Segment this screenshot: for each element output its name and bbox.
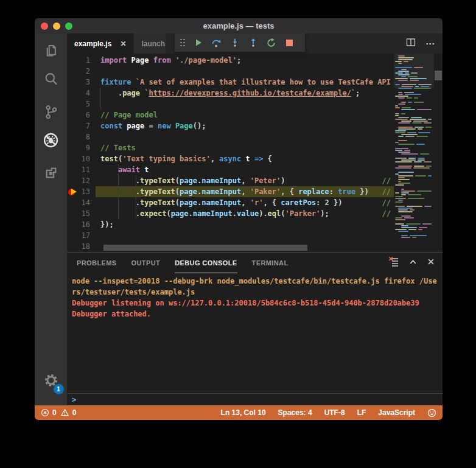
close-panel-button[interactable] xyxy=(427,257,435,268)
sidebar-item-explorer[interactable] xyxy=(35,37,67,65)
code-line[interactable]: 8 xyxy=(67,131,394,142)
line-number[interactable]: 2 xyxy=(67,66,100,77)
line-number[interactable]: 5 xyxy=(67,99,100,110)
split-editor-button[interactable] xyxy=(406,38,416,49)
code-line[interactable]: 5 xyxy=(67,99,394,110)
zoom-window-button[interactable] xyxy=(65,23,72,30)
code-line[interactable]: 16}); xyxy=(67,219,394,230)
console-output[interactable]: node --inspect=20018 --debug-brk node_mo… xyxy=(67,273,443,393)
clear-console-icon xyxy=(388,256,399,267)
sidebar-item-extensions[interactable] xyxy=(35,159,67,187)
code-line[interactable]: 17 xyxy=(67,230,394,241)
horizontal-scrollbar-thumb[interactable] xyxy=(103,245,307,251)
code-line[interactable]: 3fixture `A set of examples that illustr… xyxy=(67,77,394,88)
minimap-line xyxy=(395,107,400,108)
line-number[interactable]: 1 xyxy=(67,55,100,66)
code-editor[interactable]: 1import Page from './page-model';23fixtu… xyxy=(67,54,443,252)
line-number[interactable]: 9 xyxy=(67,142,100,153)
indentation-status[interactable]: Spaces: 4 xyxy=(278,408,312,417)
minimap-line xyxy=(395,150,402,151)
debug-step-into-button[interactable] xyxy=(229,38,240,48)
language-mode-status[interactable]: JavaScript xyxy=(378,408,415,417)
code-line[interactable]: 12 .typeText(page.nameInput, 'Peter') // xyxy=(67,175,394,186)
minimize-window-button[interactable] xyxy=(53,23,60,30)
tab-output[interactable]: OUTPUT xyxy=(131,253,161,273)
minimap-line xyxy=(401,192,410,194)
errors-status[interactable]: 0 xyxy=(41,408,57,417)
line-number[interactable]: 7 xyxy=(67,120,100,131)
clear-console-button[interactable] xyxy=(388,256,399,270)
minimap-line xyxy=(398,103,405,105)
vertical-scrollbar[interactable] xyxy=(434,54,443,252)
minimap-line xyxy=(398,175,413,176)
code-line[interactable]: 7const page = new Page(); xyxy=(67,120,394,131)
breakpoint-current-line-icon[interactable] xyxy=(68,188,80,195)
minimap-line xyxy=(398,181,401,182)
minimap[interactable] xyxy=(394,54,434,252)
line-number[interactable]: 12 xyxy=(67,175,100,186)
line-number[interactable]: 15 xyxy=(67,208,100,219)
tab-launch-js[interactable]: launch.js xyxy=(134,33,166,54)
debug-step-over-button[interactable] xyxy=(211,38,222,48)
line-number[interactable]: 18 xyxy=(67,241,100,252)
line-number[interactable]: 17 xyxy=(67,230,100,241)
minimap-line xyxy=(418,128,423,130)
code-line[interactable]: 4 .page `https://devexpress.github.io/te… xyxy=(67,88,394,99)
code-line[interactable]: 9// Tests xyxy=(67,142,394,153)
line-number[interactable]: 3 xyxy=(67,77,100,88)
eol-status[interactable]: LF xyxy=(357,408,366,417)
cursor-position-status[interactable]: Ln 13, Col 10 xyxy=(221,408,266,417)
tab-problems[interactable]: PROBLEMS xyxy=(77,253,117,273)
line-number[interactable]: 8 xyxy=(67,131,100,142)
line-number[interactable]: 11 xyxy=(67,164,100,175)
minimap-line xyxy=(414,166,425,167)
line-number[interactable]: 4 xyxy=(67,88,100,99)
encoding-status[interactable]: UTF-8 xyxy=(324,408,345,417)
minimap-line xyxy=(395,72,403,74)
code-lines: 1import Page from './page-model';23fixtu… xyxy=(67,55,394,252)
minimap-line xyxy=(398,208,413,209)
sidebar-item-source-control[interactable] xyxy=(35,98,67,126)
debug-restart-button[interactable] xyxy=(266,38,276,48)
tab-example-js[interactable]: example.js ✕ xyxy=(67,33,133,54)
code-text: .page `https://devexpress.github.io/test… xyxy=(100,88,360,99)
minimap-line xyxy=(395,96,408,97)
more-actions-button[interactable]: ⋯ xyxy=(425,38,435,49)
debug-stop-button[interactable] xyxy=(284,38,295,48)
settings-button[interactable]: 1 xyxy=(42,372,60,391)
feedback-button[interactable] xyxy=(427,408,436,417)
minimap-line xyxy=(398,231,408,232)
debug-step-out-button[interactable] xyxy=(248,38,258,48)
code-line[interactable]: 1import Page from './page-model'; xyxy=(67,55,394,66)
line-number[interactable]: 16 xyxy=(67,219,100,230)
sidebar-item-search[interactable] xyxy=(35,65,67,93)
minimap-line xyxy=(398,127,413,128)
settings-badge: 1 xyxy=(54,384,64,394)
maximize-panel-button[interactable] xyxy=(408,257,418,269)
line-number[interactable]: 10 xyxy=(67,153,100,164)
title-bar[interactable]: example.js — tests xyxy=(35,18,443,33)
code-line[interactable]: 11 await t xyxy=(67,164,394,175)
code-line[interactable]: 10test('Text typing basics', async t => … xyxy=(67,153,394,164)
vertical-scrollbar-thumb[interactable] xyxy=(435,71,442,80)
code-line[interactable]: 6// Page model xyxy=(67,110,394,120)
minimap-line xyxy=(414,102,424,103)
minimap-line xyxy=(395,198,406,199)
line-number[interactable]: 6 xyxy=(67,110,100,120)
code-line[interactable]: 2 xyxy=(67,66,394,77)
line-number[interactable]: 14 xyxy=(67,197,100,208)
sidebar-item-debug[interactable] xyxy=(35,126,67,154)
code-line[interactable]: 13 .typeText(page.nameInput, 'Paker', { … xyxy=(67,186,394,197)
tab-terminal[interactable]: TERMINAL xyxy=(252,253,289,273)
warnings-status[interactable]: 0 xyxy=(60,408,77,417)
tab-debug-console[interactable]: DEBUG CONSOLE xyxy=(175,253,237,273)
debug-continue-button[interactable] xyxy=(193,38,203,48)
console-input-row[interactable]: > xyxy=(67,393,443,405)
console-line: node --inspect=20018 --debug-brk node_mo… xyxy=(72,276,438,298)
toolbar-grip-handle[interactable] xyxy=(180,39,185,47)
code-line[interactable]: 15 .expect(page.nameInput.value).eql('Pa… xyxy=(67,208,394,219)
files-icon xyxy=(43,43,59,59)
close-window-button[interactable] xyxy=(41,23,48,30)
code-line[interactable]: 14 .typeText(page.nameInput, 'r', { care… xyxy=(67,197,394,208)
close-tab-icon[interactable]: ✕ xyxy=(120,40,126,48)
